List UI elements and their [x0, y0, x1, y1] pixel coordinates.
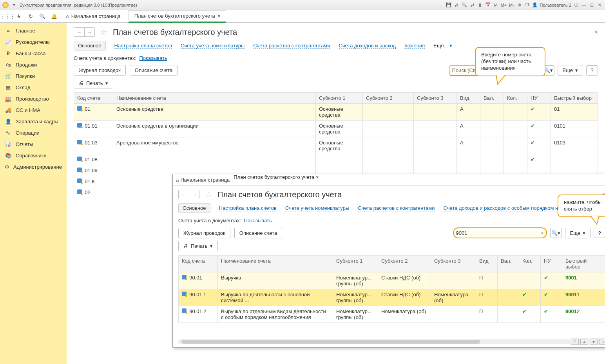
sidebar-item[interactable]: 📈Руководителю — [0, 36, 67, 48]
info-icon[interactable]: ⓘ — [573, 2, 579, 8]
table-row[interactable]: 01.08✔ — [74, 154, 598, 165]
ov-doc-link[interactable]: Показывать — [244, 218, 272, 223]
tab-close-icon[interactable]: × — [316, 174, 319, 180]
ov-link-kontr[interactable]: Счета расчетов с контрагентами — [358, 205, 435, 211]
link-dohody[interactable]: Счета доходов и расход — [339, 43, 396, 49]
table-down-icon[interactable]: ▼ — [590, 339, 598, 345]
sidebar-item[interactable]: 🚚ОС и НМА — [0, 105, 67, 116]
ov-tab-home[interactable]: ⌂ Начальная страница — [176, 177, 230, 183]
table-row[interactable]: 01.03Арендованное имуществоОсновные сред… — [74, 137, 598, 154]
col-code[interactable]: Код счета — [74, 93, 113, 104]
sidebar-item[interactable]: ⚙Администрирование — [0, 161, 67, 173]
window-icon[interactable]: ❐ — [524, 2, 530, 8]
col-val[interactable]: Вал. — [480, 93, 504, 104]
link-more[interactable]: Еще... ▾ — [433, 43, 452, 49]
table-bottom-icon[interactable]: ⤓ — [599, 339, 605, 345]
link-nastroika[interactable]: Настройка плана счетов — [114, 43, 172, 49]
zoom-icon[interactable]: ⊕ — [516, 2, 522, 8]
mplus-letter-icon[interactable]: М+ — [500, 2, 507, 8]
search-small-icon[interactable]: 🔍 — [38, 13, 46, 20]
user-icon[interactable]: 👤 — [532, 2, 538, 8]
ov-search-input[interactable] — [456, 230, 541, 236]
table-row[interactable]: 90.01.1Выручка по деятельности с основно… — [179, 289, 605, 306]
link-kontragenty[interactable]: Счета расчетов с контрагентами — [253, 43, 330, 49]
app-logo-icon — [2, 2, 9, 8]
ov-link-dohody[interactable]: Счета доходов и расходов с особым порядк… — [444, 205, 569, 211]
sidebar-item[interactable]: ▦Склад — [0, 82, 67, 93]
history-icon[interactable]: ↻ — [27, 13, 34, 20]
doc-link[interactable]: Показывать — [139, 55, 167, 61]
star-icon[interactable]: ★ — [15, 13, 23, 20]
ov-clear-icon[interactable]: × — [541, 230, 544, 236]
sidebar-item[interactable]: 🏭Производство — [0, 93, 67, 105]
sidebar-item[interactable]: 🛍Продажи — [0, 59, 67, 70]
col-name[interactable]: Наименование счета — [113, 93, 316, 104]
sidebar-item[interactable]: 🛒Покупки — [0, 70, 67, 82]
maximize-icon[interactable]: ◻ — [589, 2, 595, 8]
h-scrollbar[interactable] — [178, 339, 605, 344]
ov-tab-plan[interactable]: План счетов бухгалтерского учета × — [234, 174, 319, 186]
table-row[interactable]: 90.01.2Выручка по отдельным видам деятел… — [179, 306, 605, 323]
tab-plan-schetov[interactable]: План счетов бухгалтерского учета × — [129, 10, 226, 23]
mminus-letter-icon[interactable]: М- — [508, 2, 514, 8]
col-fast[interactable]: Быстрый выбор — [551, 93, 598, 104]
save-icon[interactable]: 💾 — [446, 2, 452, 8]
compare-icon[interactable]: ⇄ — [469, 2, 475, 8]
ov-tab-osnovnoe[interactable]: Основное — [178, 203, 210, 213]
col-s3[interactable]: Субконто 3 — [414, 93, 457, 104]
btn-journal[interactable]: Журнал проводок — [74, 65, 126, 76]
col-vid[interactable]: Вид — [457, 93, 480, 104]
ov-help-btn[interactable]: ? — [594, 228, 605, 238]
table-row[interactable]: 01.01Основные средства в организацииОсно… — [74, 121, 598, 137]
ov-btn-journal[interactable]: Журнал проводок — [178, 228, 230, 238]
help-button[interactable]: ? — [586, 65, 598, 76]
ov-print-btn[interactable]: 🖨 Печать ▾ — [178, 241, 218, 251]
close-window-icon[interactable]: ✕ — [596, 2, 603, 8]
favorite-star-icon[interactable]: ☆ — [100, 27, 107, 37]
ov-btn-desc[interactable]: Описание счета — [234, 228, 282, 238]
sidebar-item[interactable]: ᴬₖОперации — [0, 127, 67, 139]
sidebar-label: Покупки — [16, 73, 35, 79]
table-top-icon[interactable]: ⤒ — [571, 339, 579, 345]
dropdown-icon[interactable]: ▾ — [11, 2, 17, 8]
col-s1[interactable]: Субконто 1 — [316, 93, 363, 104]
ov-link-nastroika[interactable]: Настройка плана счетов — [219, 205, 277, 211]
tab-osnovnoe[interactable]: Основное — [74, 41, 106, 50]
apps-icon[interactable]: ⋮⋮⋮ — [3, 13, 11, 20]
sidebar-item[interactable]: ≡Главное — [0, 25, 67, 36]
table-row[interactable]: 90.01ВыручкаНоменклатур... группы (об)Ст… — [179, 272, 605, 289]
bell-icon[interactable]: 🔔 — [50, 13, 58, 20]
btn-print[interactable]: 🖨 Печать ▾ — [74, 78, 113, 88]
col-s2[interactable]: Субконто 2 — [363, 93, 414, 104]
calc-icon[interactable]: 🖩 — [477, 2, 483, 8]
preview-icon[interactable]: 🔍 — [461, 2, 467, 8]
col-kol[interactable]: Кол. — [504, 93, 527, 104]
ov-star-icon[interactable]: ☆ — [205, 190, 212, 199]
table-row[interactable]: 01Основные средстваОсновные средстваА✔01 — [74, 104, 598, 121]
minimize-icon[interactable]: — — [581, 2, 587, 8]
sidebar-item[interactable]: 📊Отчеты — [0, 139, 67, 150]
ov-link-nomen[interactable]: Счета учета номенклатуры — [285, 205, 349, 211]
col-nu[interactable]: НУ — [527, 93, 551, 104]
overlay-window: ⌂ Начальная страница План счетов бухгалт… — [172, 174, 605, 348]
tab-home[interactable]: ⌂ Начальная страница — [62, 13, 125, 19]
ov-search-box[interactable]: × — [453, 227, 547, 238]
calendar-icon[interactable]: 📅 — [485, 2, 491, 8]
table-up-icon[interactable]: ▲ — [580, 339, 588, 345]
sidebar-item[interactable]: 📚Справочники — [0, 150, 67, 161]
sidebar-item[interactable]: ₽Банк и касса — [0, 48, 67, 59]
page-close-icon[interactable]: × — [595, 29, 598, 35]
ov-nav-fwd[interactable]: → — [189, 190, 199, 199]
tab-close-icon[interactable]: × — [217, 13, 221, 19]
ov-search-button[interactable]: 🔍▾ — [550, 228, 562, 238]
print-icon[interactable]: 🖨 — [453, 2, 460, 8]
m-letter-icon[interactable]: М — [493, 2, 499, 8]
sidebar-item[interactable]: 👤Зарплата и кадры — [0, 116, 67, 127]
nav-back-icon[interactable]: ← — [74, 28, 84, 36]
link-nomenklatura[interactable]: Счета учета номенклатуры — [181, 43, 245, 49]
btn-more-actions[interactable]: Еще ▾ — [558, 65, 583, 76]
nav-fwd-icon[interactable]: → — [84, 28, 94, 36]
btn-desc[interactable]: Описание счета — [130, 65, 178, 76]
ov-more-btn[interactable]: Еще ▾ — [565, 228, 591, 238]
ov-nav-back[interactable]: ← — [179, 190, 189, 199]
